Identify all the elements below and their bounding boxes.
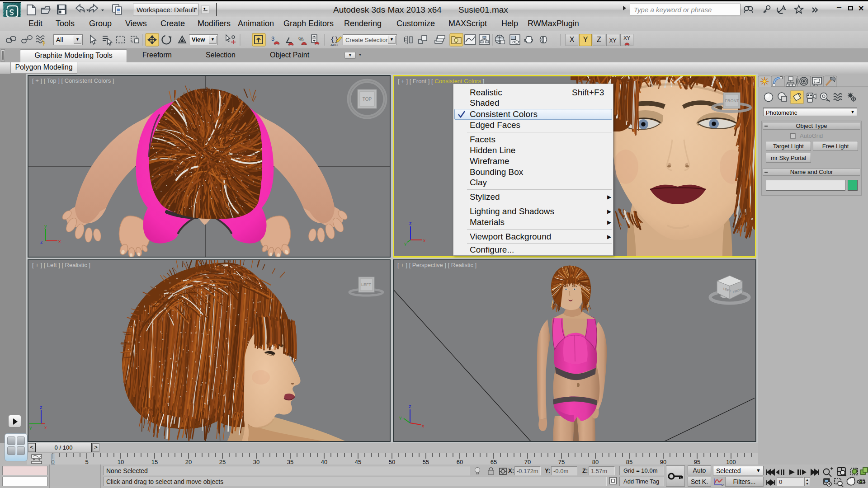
svg-text:%: %: [298, 36, 304, 42]
svg-text:y: y: [44, 223, 47, 229]
svg-text:z: z: [409, 404, 411, 409]
svg-text:70: 70: [524, 459, 531, 465]
svg-text:60: 60: [457, 459, 463, 465]
svg-text:y: y: [29, 425, 32, 430]
svg-text:LEFT: LEFT: [361, 282, 372, 287]
svg-text:100: 100: [726, 459, 736, 465]
svg-text:90: 90: [660, 459, 666, 465]
svg-text:z: z: [40, 404, 42, 410]
svg-text:z: z: [409, 221, 412, 226]
svg-text:65: 65: [491, 459, 497, 465]
svg-text:z: z: [40, 239, 43, 244]
svg-text:50: 50: [389, 459, 395, 465]
svg-text:y: y: [404, 241, 407, 246]
svg-text:ABC: ABC: [330, 43, 338, 47]
svg-text:35: 35: [287, 459, 293, 465]
svg-text:y: y: [399, 415, 402, 420]
svg-text:TOP: TOP: [363, 97, 372, 102]
svg-text:45: 45: [355, 459, 361, 465]
svg-text:5: 5: [85, 459, 88, 465]
svg-text:3: 3: [271, 35, 274, 42]
svg-text:10: 10: [118, 459, 124, 465]
svg-text:x: x: [423, 238, 426, 243]
svg-text:[ + ] [ Top ] [ Consistent Col: [ + ] [ Top ] [ Consistent Colors ]: [32, 77, 114, 84]
svg-text:40: 40: [321, 459, 327, 465]
svg-text:[ + ] [ Left ] [ Realistic ]: [ + ] [ Left ] [ Realistic ]: [32, 262, 90, 268]
svg-text:FRONT: FRONT: [725, 99, 739, 103]
svg-text:x: x: [44, 425, 47, 430]
svg-text:55: 55: [423, 459, 429, 465]
svg-text:95: 95: [694, 459, 700, 465]
svg-text:15: 15: [151, 459, 158, 465]
svg-text:80: 80: [592, 459, 599, 465]
svg-text:20: 20: [185, 459, 192, 465]
svg-text:[ + ] [ Perspective ] [ Realis: [ + ] [ Perspective ] [ Realistic ]: [397, 262, 476, 268]
svg-text:25: 25: [219, 459, 226, 465]
svg-text:75: 75: [558, 459, 565, 465]
svg-text:30: 30: [253, 459, 259, 465]
svg-text:x: x: [422, 423, 425, 428]
svg-text:85: 85: [626, 459, 632, 465]
svg-text:x: x: [58, 239, 61, 244]
